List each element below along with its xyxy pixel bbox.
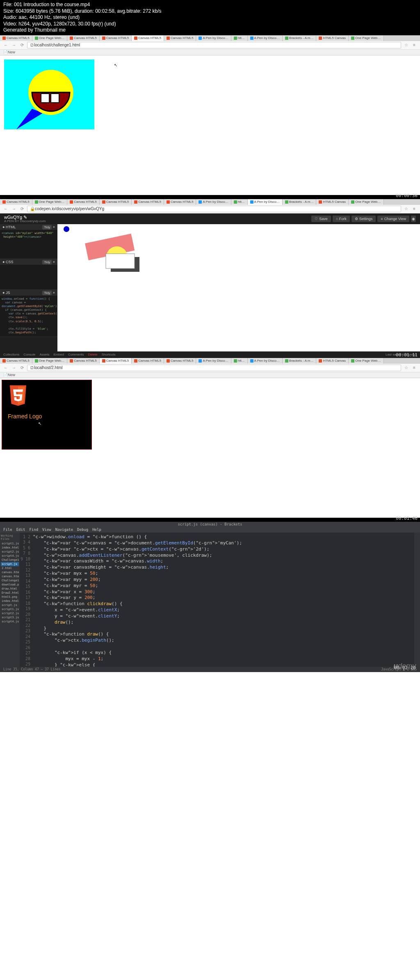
menu-debug[interactable]: Debug — [77, 528, 88, 532]
sidebar-file-item[interactable]: script4.js — [1, 554, 19, 558]
star-icon[interactable]: ☆ — [403, 365, 409, 371]
footer-comments[interactable]: Comments — [68, 353, 84, 356]
css-panel-label[interactable]: CSS — [6, 260, 14, 264]
browser-tab-active[interactable]: A Pen by Disco… — [248, 199, 283, 205]
sidebar-file-item[interactable]: script2.js — [1, 550, 19, 554]
pen-title[interactable]: wGvQYg ✎ — [4, 215, 46, 220]
sidebar-file-item[interactable]: script1.js — [1, 542, 19, 546]
browser-tab[interactable]: Brackets - A m… — [283, 199, 317, 205]
browser-tab[interactable]: HTML5 Canvas — [316, 199, 349, 205]
star-icon[interactable]: ☆ — [403, 206, 409, 212]
menu-help[interactable]: Help — [92, 528, 101, 532]
menu-navigate[interactable]: Navigate — [55, 528, 73, 532]
sidebar-file-item[interactable]: script.js — [1, 562, 19, 566]
browser-tab-active[interactable]: Canvas HTML5 — [100, 358, 132, 364]
footer-shortcuts[interactable]: Shortcuts — [102, 353, 116, 356]
browser-tab[interactable]: One Page Web… — [349, 358, 384, 364]
bookmark-item[interactable]: New — [8, 373, 15, 377]
browser-tab[interactable]: Canvas HTML5 — [0, 199, 32, 205]
reload-button[interactable]: ⟳ — [19, 206, 25, 212]
footer-console[interactable]: Console — [23, 353, 35, 356]
star-icon[interactable]: ☆ — [403, 42, 409, 48]
css-code[interactable] — [0, 265, 57, 289]
menu-icon[interactable]: ≡ — [411, 42, 418, 48]
browser-tab[interactable]: Canvas HTML5 — [0, 35, 32, 41]
browser-tab[interactable]: Canvas HTML5 — [67, 199, 100, 205]
sidebar-file-item[interactable]: script2.js — [1, 611, 19, 615]
browser-tab[interactable]: Canvas HTML5 — [100, 199, 132, 205]
html-panel-label[interactable]: HTML — [6, 225, 16, 229]
browser-tab[interactable]: One Page Web… — [349, 199, 384, 205]
sidebar-file-item[interactable]: script3.js — [1, 615, 19, 620]
sidebar-file-item[interactable]: script1.js — [1, 607, 19, 611]
sidebar-file-item[interactable]: Draw2.html — [1, 591, 19, 595]
browser-tab[interactable]: A Pen by Disco… — [196, 358, 231, 364]
sidebar-file-item[interactable]: 2.html — [1, 566, 19, 570]
tidy-button[interactable]: Tidy — [42, 225, 52, 230]
sidebar-file-item[interactable]: script.js — [1, 603, 19, 607]
browser-tab[interactable]: Canvas HTML5 — [67, 358, 100, 364]
browser-tab[interactable]: One Page Web… — [349, 35, 384, 41]
forward-button[interactable]: → — [11, 206, 17, 212]
code-editor[interactable]: 1 2 3 4 5 6 7 8 9 10 11 12 13 14 15 16 1… — [20, 532, 414, 667]
sidebar-file-item[interactable]: canvas.html — [1, 574, 19, 578]
browser-tab[interactable]: One Page Web… — [32, 199, 68, 205]
settings-button[interactable]: Settings — [352, 216, 376, 222]
browser-tab[interactable]: A Pen by Disco… — [248, 358, 283, 364]
change-view-button[interactable]: ≡ Change View — [377, 216, 409, 222]
tidy-button[interactable]: Tidy — [42, 260, 52, 264]
close-icon[interactable]: × — [53, 225, 55, 229]
forward-button[interactable]: → — [11, 42, 17, 48]
sidebar-file-item[interactable]: Challenge1.h… — [1, 558, 19, 562]
browser-tab[interactable]: htt… — [231, 35, 248, 41]
browser-tab[interactable]: htt… — [231, 358, 248, 364]
menu-file[interactable]: File — [3, 528, 12, 532]
close-icon[interactable]: × — [53, 291, 55, 295]
code-content[interactable]: "c-w">window.onload = "c-kw">function ()… — [33, 532, 414, 667]
forward-button[interactable]: → — [11, 365, 17, 371]
back-button[interactable]: ← — [2, 365, 9, 371]
js-code[interactable]: window.onload = function() { var canvas … — [0, 296, 57, 337]
browser-tab-active[interactable]: Canvas HTML5 — [132, 35, 164, 41]
address-bar[interactable]: 🗋 localhost/2.html — [27, 365, 401, 371]
browser-tab[interactable]: One Page Web… — [32, 358, 68, 364]
sidebar-file-item[interactable]: index.html — [1, 599, 19, 603]
profile-icon[interactable]: ◉ — [411, 216, 416, 222]
menu-find[interactable]: Find — [29, 528, 38, 532]
browser-tab[interactable]: One Page Web… — [32, 35, 68, 41]
tidy-button[interactable]: Tidy — [42, 291, 52, 295]
browser-tab[interactable]: HTML5 Canvas — [316, 35, 349, 41]
reload-button[interactable]: ⟳ — [19, 365, 25, 371]
browser-tab[interactable]: HTML5 Canvas — [316, 358, 349, 364]
menu-icon[interactable]: ≡ — [411, 365, 418, 371]
menu-icon[interactable]: ≡ — [411, 206, 418, 212]
browser-tab[interactable]: A Pen by Disco… — [196, 35, 231, 41]
sidebar-file-item[interactable]: draw.html — [1, 587, 19, 591]
footer-collections[interactable]: Collections — [3, 353, 19, 356]
browser-tab[interactable]: htt… — [231, 199, 248, 205]
sidebar-file-item[interactable]: canvas.html — [1, 570, 19, 574]
browser-tab[interactable]: A Pen by Disco… — [248, 35, 283, 41]
browser-tab[interactable]: Canvas HTML5 — [67, 35, 100, 41]
js-panel-label[interactable]: JS — [6, 291, 10, 295]
browser-tab[interactable]: A Pen by Disco… — [196, 199, 231, 205]
sidebar-file-item[interactable]: html5.png — [1, 595, 19, 599]
browser-tab[interactable]: Brackets - A m… — [283, 358, 317, 364]
menu-edit[interactable]: Edit — [16, 528, 25, 532]
html-code[interactable]: <canvas id="myCan" width="640" height="4… — [0, 230, 57, 259]
footer-delete[interactable]: Delete — [88, 353, 98, 356]
sidebar-file-item[interactable]: download.png — [1, 583, 19, 587]
browser-tab[interactable]: Canvas HTML5 — [100, 35, 132, 41]
sidebar-file-item[interactable]: Challenge1.html — [1, 578, 19, 583]
browser-tab[interactable]: Canvas HTML5 — [164, 35, 196, 41]
save-button[interactable]: Save — [311, 216, 331, 222]
browser-tab[interactable]: Canvas HTML5 — [0, 358, 32, 364]
browser-tab[interactable]: Canvas HTML5 — [132, 199, 164, 205]
address-bar[interactable]: 🗋 localhost/challenge1.html — [27, 42, 401, 48]
footer-embed[interactable]: Embed — [54, 353, 64, 356]
close-icon[interactable]: × — [53, 260, 55, 264]
browser-tab[interactable]: Canvas HTML5 — [164, 199, 196, 205]
bookmark-item[interactable]: New — [8, 50, 15, 54]
reload-button[interactable]: ⟳ — [19, 42, 25, 48]
sidebar-file-item[interactable]: index.html — [1, 546, 19, 550]
